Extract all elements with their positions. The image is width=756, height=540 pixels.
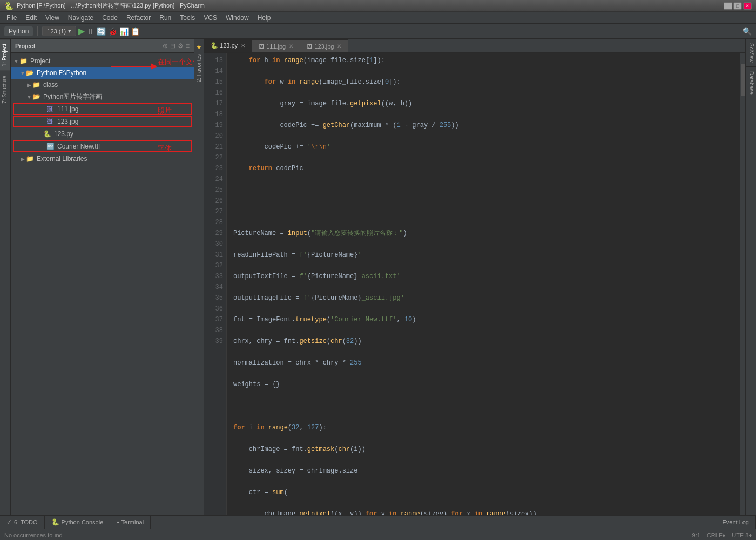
debug-button[interactable]: 🐞 bbox=[108, 27, 117, 36]
project-header-icons: ⊕ ⊟ ⚙ ≡ bbox=[163, 42, 190, 50]
font-icon: 🔤 bbox=[46, 143, 55, 150]
menu-item-view[interactable]: View bbox=[41, 12, 64, 23]
close-button[interactable]: ✕ bbox=[743, 2, 752, 10]
tab-123py-label: 🐍 123.py bbox=[211, 42, 238, 49]
titlebar-left: 🐍 Python [F:\Python] - ...\Python图片转字符画\… bbox=[4, 2, 205, 10]
arrow-down-icon: ▼ bbox=[13, 58, 19, 64]
right-tab-strip: SciView Database bbox=[745, 39, 756, 515]
menu-item-vcs[interactable]: VCS bbox=[199, 12, 221, 23]
arrow-right-icon: ▶ bbox=[26, 82, 32, 88]
python-console-icon: 🐍 bbox=[51, 518, 59, 526]
main-toolbar: Python 123 (1) ▾ ▶ ⏸ 🔄 🐞 📊 📋 🔍 bbox=[0, 24, 756, 39]
search-everywhere-icon[interactable]: 🔍 bbox=[742, 27, 752, 36]
menu-item-run[interactable]: Run bbox=[155, 12, 176, 23]
rerun-button[interactable]: 🔄 bbox=[97, 27, 106, 36]
file-123jpg-label: 123.jpg bbox=[57, 118, 78, 125]
menu-item-edit[interactable]: Edit bbox=[21, 12, 41, 23]
menu-item-tools[interactable]: Tools bbox=[176, 12, 199, 23]
cursor-position: 9:1 bbox=[692, 532, 700, 538]
menu-item-file[interactable]: File bbox=[2, 12, 21, 23]
tab-123py[interactable]: 🐍 123.py ✕ bbox=[204, 39, 252, 52]
arrow-down-icon: ▼ bbox=[26, 94, 32, 100]
python-root-label: Python F:\Python bbox=[37, 69, 86, 77]
scrollbar-thumb[interactable] bbox=[741, 64, 745, 96]
terminal-tab-label: Terminal bbox=[122, 519, 144, 525]
stop-button[interactable]: ⏸ bbox=[87, 27, 94, 36]
tab-close-icon[interactable]: ✕ bbox=[289, 43, 293, 49]
terminal-tab[interactable]: ▪ Terminal bbox=[110, 516, 151, 529]
tab-close-icon[interactable]: ✕ bbox=[241, 43, 245, 49]
tree-external-libs[interactable]: ▶ 📁 External Libraries bbox=[11, 153, 194, 165]
editor-tabs: 🐍 123.py ✕ 🖼 111.jpg ✕ 🖼 123.jpg ✕ bbox=[204, 39, 745, 53]
menu-item-navigate[interactable]: Navigate bbox=[64, 12, 98, 23]
collapse-icon[interactable]: ⊟ bbox=[170, 42, 176, 50]
arrow-down-icon: ▼ bbox=[19, 70, 26, 76]
code-editor[interactable]: for h in range(image_file.size[1]): for … bbox=[227, 53, 740, 515]
scrollbar[interactable] bbox=[740, 53, 745, 515]
sync-icon[interactable]: ⊕ bbox=[163, 42, 168, 50]
window-title: Python [F:\Python] - ...\Python图片转字符画\12… bbox=[17, 2, 205, 10]
folder-icon: 📂 bbox=[26, 69, 35, 77]
coverage-button[interactable]: 📊 bbox=[119, 27, 129, 36]
file-font-label: Courier New.ttf bbox=[57, 143, 100, 150]
line-numbers: 13 14 15 16 17 18 19 20 21 22 23 24 25 2… bbox=[204, 53, 227, 515]
menu-item-window[interactable]: Window bbox=[221, 12, 253, 23]
status-text: No occurrences found bbox=[4, 532, 63, 538]
favorites-label[interactable]: 2: Favorites bbox=[195, 51, 203, 85]
menubar: FileEditViewNavigateCodeRefactorRunTools… bbox=[0, 12, 756, 24]
tree-subfolder[interactable]: ▼ 📂 Python图片转字符画 bbox=[11, 91, 194, 103]
tab-123jpg[interactable]: 🖼 123.jpg ✕ bbox=[300, 39, 348, 52]
sidebar-item-structure[interactable]: 7: Structure bbox=[0, 71, 10, 108]
python-file-icon: 🐍 bbox=[43, 130, 52, 138]
tab-database[interactable]: Database bbox=[746, 67, 756, 99]
tab-111jpg-label: 🖼 111.jpg bbox=[259, 43, 286, 50]
editor-area: 🐍 123.py ✕ 🖼 111.jpg ✕ 🖼 123.jpg ✕ 13 14… bbox=[204, 39, 745, 515]
terminal-icon: ▪ bbox=[117, 518, 119, 526]
tree-file-111jpg[interactable]: 🖼 111.jpg bbox=[13, 103, 192, 115]
run-configuration[interactable]: 123 (1) ▾ bbox=[42, 26, 76, 36]
arrow-right-icon: ▶ bbox=[19, 156, 26, 162]
python-dropdown[interactable]: Python bbox=[4, 26, 33, 36]
expand-icon[interactable]: ≡ bbox=[186, 42, 190, 50]
menu-item-refactor[interactable]: Refactor bbox=[122, 12, 155, 23]
tree-file-123jpg[interactable]: 🖼 123.jpg bbox=[13, 116, 192, 127]
code-area: 13 14 15 16 17 18 19 20 21 22 23 24 25 2… bbox=[204, 53, 745, 515]
minimize-button[interactable]: — bbox=[724, 2, 732, 10]
run-button[interactable]: ▶ bbox=[78, 26, 85, 36]
menu-item-code[interactable]: Code bbox=[98, 12, 122, 23]
python-console-label: Python Console bbox=[62, 519, 104, 525]
settings-icon[interactable]: ⚙ bbox=[178, 42, 184, 50]
titlebar: 🐍 Python [F:\Python] - ...\Python图片转字符画\… bbox=[0, 0, 756, 12]
tree-python-root[interactable]: ▼ 📂 Python F:\Python bbox=[11, 67, 194, 79]
tab-111jpg[interactable]: 🖼 111.jpg ✕ bbox=[252, 39, 300, 52]
file-111jpg-label: 111.jpg bbox=[57, 105, 78, 113]
statusbar-left: No occurrences found bbox=[4, 532, 63, 538]
image-icon: 🖼 bbox=[46, 105, 55, 113]
python-icon: 🐍 bbox=[4, 2, 14, 10]
toolbar-separator bbox=[37, 26, 38, 36]
tree-class-folder[interactable]: ▶ 📁 class bbox=[11, 79, 194, 91]
tree-file-font[interactable]: 🔤 Courier New.ttf bbox=[13, 140, 192, 152]
project-panel-header: Project ⊕ ⊟ ⚙ ≡ bbox=[11, 39, 194, 53]
event-log-tab[interactable]: Event Log bbox=[716, 516, 756, 529]
window-controls: — □ ✕ bbox=[724, 2, 752, 10]
project-panel: Project ⊕ ⊟ ⚙ ≡ ▼ 📁 Project ▼ 📂 Python F… bbox=[11, 39, 194, 515]
project-root-label: Project bbox=[30, 57, 50, 65]
folder-icon: 📂 bbox=[32, 93, 41, 100]
chevron-down-icon: ▾ bbox=[68, 28, 71, 35]
profile-button[interactable]: 📋 bbox=[131, 27, 140, 36]
tab-close-icon[interactable]: ✕ bbox=[337, 43, 341, 49]
favorites-star-icon: ★ bbox=[196, 43, 202, 51]
python-console-tab[interactable]: 🐍 Python Console bbox=[45, 516, 111, 529]
maximize-button[interactable]: □ bbox=[733, 2, 742, 10]
external-libs-label: External Libraries bbox=[37, 155, 87, 163]
tab-sciview[interactable]: SciView bbox=[746, 39, 756, 67]
menu-item-help[interactable]: Help bbox=[253, 12, 275, 23]
statusbar: No occurrences found 9:1 CRLF♦ UTF-8♦ bbox=[0, 529, 756, 540]
tree-project-root[interactable]: ▼ 📁 Project bbox=[11, 55, 194, 67]
project-panel-title: Project bbox=[15, 43, 35, 49]
todo-tab[interactable]: ✓ 6: TODO bbox=[0, 516, 45, 529]
sidebar-item-project[interactable]: 1: Project bbox=[0, 39, 10, 71]
tab-123jpg-label: 🖼 123.jpg bbox=[307, 43, 334, 50]
tree-file-123py[interactable]: 🐍 123.py bbox=[11, 128, 194, 140]
